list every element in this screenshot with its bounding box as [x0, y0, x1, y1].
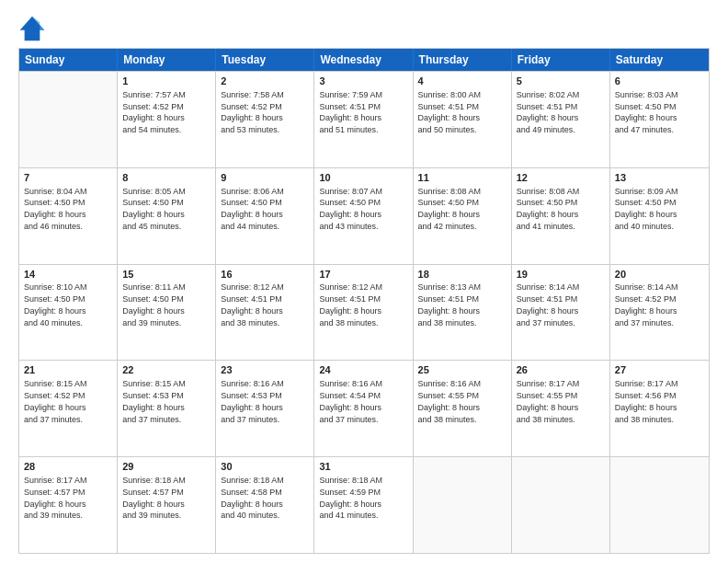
- day-number: 27: [615, 363, 704, 377]
- calendar-row: 1Sunrise: 7:57 AM Sunset: 4:52 PM Daylig…: [19, 71, 709, 167]
- day-number: 31: [319, 460, 407, 474]
- day-number: 13: [615, 171, 704, 185]
- calendar-cell: [610, 457, 709, 553]
- day-number: 10: [319, 171, 407, 185]
- day-number: 14: [24, 268, 112, 282]
- weekday-header: Tuesday: [216, 49, 314, 71]
- logo-icon: [18, 15, 46, 42]
- calendar-cell: 28Sunrise: 8:17 AM Sunset: 4:57 PM Dayli…: [19, 457, 118, 553]
- day-number: 26: [517, 363, 605, 377]
- calendar: SundayMondayTuesdayWednesdayThursdayFrid…: [18, 48, 710, 554]
- calendar-body: 1Sunrise: 7:57 AM Sunset: 4:52 PM Daylig…: [19, 71, 709, 553]
- calendar-cell: 16Sunrise: 8:12 AM Sunset: 4:51 PM Dayli…: [216, 265, 314, 361]
- cell-info: Sunrise: 7:59 AM Sunset: 4:51 PM Dayligh…: [319, 90, 382, 134]
- day-number: 4: [418, 75, 506, 88]
- day-number: 28: [24, 460, 112, 474]
- day-number: 2: [221, 75, 309, 88]
- calendar-header: SundayMondayTuesdayWednesdayThursdayFrid…: [19, 49, 709, 71]
- weekday-header: Monday: [118, 49, 216, 71]
- calendar-cell: 14Sunrise: 8:10 AM Sunset: 4:50 PM Dayli…: [19, 265, 118, 361]
- calendar-cell: 1Sunrise: 7:57 AM Sunset: 4:52 PM Daylig…: [118, 72, 216, 167]
- calendar-cell: 3Sunrise: 7:59 AM Sunset: 4:51 PM Daylig…: [314, 72, 413, 167]
- day-number: 6: [615, 75, 704, 88]
- cell-info: Sunrise: 8:00 AM Sunset: 4:51 PM Dayligh…: [418, 90, 482, 134]
- calendar-cell: 30Sunrise: 8:18 AM Sunset: 4:58 PM Dayli…: [216, 457, 314, 553]
- day-number: 1: [122, 75, 210, 88]
- cell-info: Sunrise: 8:14 AM Sunset: 4:52 PM Dayligh…: [615, 282, 678, 327]
- cell-info: Sunrise: 8:06 AM Sunset: 4:50 PM Dayligh…: [221, 187, 284, 231]
- header: [18, 15, 710, 42]
- page: SundayMondayTuesdayWednesdayThursdayFrid…: [0, 0, 728, 563]
- calendar-row: 21Sunrise: 8:15 AM Sunset: 4:52 PM Dayli…: [19, 360, 709, 456]
- cell-info: Sunrise: 8:17 AM Sunset: 4:57 PM Dayligh…: [24, 476, 87, 520]
- cell-info: Sunrise: 8:15 AM Sunset: 4:52 PM Dayligh…: [24, 379, 87, 423]
- day-number: 3: [319, 75, 407, 88]
- calendar-cell: 27Sunrise: 8:17 AM Sunset: 4:56 PM Dayli…: [610, 361, 709, 456]
- calendar-cell: 7Sunrise: 8:04 AM Sunset: 4:50 PM Daylig…: [19, 168, 118, 264]
- cell-info: Sunrise: 8:08 AM Sunset: 4:50 PM Dayligh…: [517, 187, 580, 231]
- calendar-cell: [512, 457, 610, 553]
- calendar-row: 14Sunrise: 8:10 AM Sunset: 4:50 PM Dayli…: [19, 264, 709, 361]
- calendar-cell: 2Sunrise: 7:58 AM Sunset: 4:52 PM Daylig…: [216, 72, 314, 167]
- calendar-cell: 20Sunrise: 8:14 AM Sunset: 4:52 PM Dayli…: [610, 265, 709, 361]
- day-number: 19: [517, 268, 605, 282]
- day-number: 21: [24, 363, 112, 377]
- calendar-cell: 26Sunrise: 8:17 AM Sunset: 4:55 PM Dayli…: [512, 361, 610, 456]
- calendar-cell: 18Sunrise: 8:13 AM Sunset: 4:51 PM Dayli…: [414, 265, 512, 361]
- weekday-header: Saturday: [610, 49, 709, 71]
- day-number: 22: [122, 363, 210, 377]
- cell-info: Sunrise: 8:15 AM Sunset: 4:53 PM Dayligh…: [122, 379, 186, 423]
- calendar-cell: 15Sunrise: 8:11 AM Sunset: 4:50 PM Dayli…: [118, 265, 216, 361]
- calendar-cell: 19Sunrise: 8:14 AM Sunset: 4:51 PM Dayli…: [512, 265, 610, 361]
- weekday-header: Thursday: [414, 49, 512, 71]
- cell-info: Sunrise: 8:17 AM Sunset: 4:56 PM Dayligh…: [615, 379, 678, 423]
- calendar-cell: 29Sunrise: 8:18 AM Sunset: 4:57 PM Dayli…: [118, 457, 216, 553]
- cell-info: Sunrise: 8:17 AM Sunset: 4:55 PM Dayligh…: [517, 379, 580, 423]
- cell-info: Sunrise: 8:18 AM Sunset: 4:59 PM Dayligh…: [319, 476, 382, 520]
- day-number: 17: [319, 268, 407, 282]
- day-number: 16: [221, 268, 309, 282]
- day-number: 20: [615, 268, 704, 282]
- calendar-cell: 13Sunrise: 8:09 AM Sunset: 4:50 PM Dayli…: [610, 168, 709, 264]
- calendar-cell: 21Sunrise: 8:15 AM Sunset: 4:52 PM Dayli…: [19, 361, 118, 456]
- cell-info: Sunrise: 8:12 AM Sunset: 4:51 PM Dayligh…: [221, 282, 284, 327]
- calendar-cell: 5Sunrise: 8:02 AM Sunset: 4:51 PM Daylig…: [512, 72, 610, 167]
- cell-info: Sunrise: 8:16 AM Sunset: 4:54 PM Dayligh…: [319, 379, 382, 423]
- calendar-row: 7Sunrise: 8:04 AM Sunset: 4:50 PM Daylig…: [19, 167, 709, 264]
- day-number: 11: [418, 171, 506, 185]
- cell-info: Sunrise: 7:58 AM Sunset: 4:52 PM Dayligh…: [221, 90, 284, 134]
- cell-info: Sunrise: 8:14 AM Sunset: 4:51 PM Dayligh…: [517, 282, 580, 327]
- calendar-cell: 4Sunrise: 8:00 AM Sunset: 4:51 PM Daylig…: [414, 72, 512, 167]
- calendar-cell: 12Sunrise: 8:08 AM Sunset: 4:50 PM Dayli…: [512, 168, 610, 264]
- day-number: 29: [122, 460, 210, 474]
- cell-info: Sunrise: 8:03 AM Sunset: 4:50 PM Dayligh…: [615, 90, 678, 134]
- day-number: 25: [418, 363, 506, 377]
- calendar-cell: 17Sunrise: 8:12 AM Sunset: 4:51 PM Dayli…: [314, 265, 413, 361]
- calendar-cell: [19, 72, 118, 167]
- day-number: 8: [122, 171, 210, 185]
- cell-info: Sunrise: 8:18 AM Sunset: 4:58 PM Dayligh…: [221, 476, 284, 520]
- calendar-cell: 23Sunrise: 8:16 AM Sunset: 4:53 PM Dayli…: [216, 361, 314, 456]
- calendar-row: 28Sunrise: 8:17 AM Sunset: 4:57 PM Dayli…: [19, 456, 709, 553]
- cell-info: Sunrise: 8:16 AM Sunset: 4:53 PM Dayligh…: [221, 379, 284, 423]
- day-number: 15: [122, 268, 210, 282]
- calendar-cell: 22Sunrise: 8:15 AM Sunset: 4:53 PM Dayli…: [118, 361, 216, 456]
- day-number: 12: [517, 171, 605, 185]
- calendar-cell: [414, 457, 512, 553]
- day-number: 18: [418, 268, 506, 282]
- day-number: 30: [221, 460, 309, 474]
- weekday-header: Wednesday: [314, 49, 413, 71]
- calendar-cell: 9Sunrise: 8:06 AM Sunset: 4:50 PM Daylig…: [216, 168, 314, 264]
- cell-info: Sunrise: 8:13 AM Sunset: 4:51 PM Dayligh…: [418, 282, 482, 327]
- day-number: 9: [221, 171, 309, 185]
- weekday-header: Sunday: [19, 49, 118, 71]
- calendar-cell: 25Sunrise: 8:16 AM Sunset: 4:55 PM Dayli…: [414, 361, 512, 456]
- cell-info: Sunrise: 8:16 AM Sunset: 4:55 PM Dayligh…: [418, 379, 482, 423]
- day-number: 7: [24, 171, 112, 185]
- cell-info: Sunrise: 8:08 AM Sunset: 4:50 PM Dayligh…: [418, 187, 482, 231]
- day-number: 23: [221, 363, 309, 377]
- calendar-cell: 31Sunrise: 8:18 AM Sunset: 4:59 PM Dayli…: [314, 457, 413, 553]
- cell-info: Sunrise: 8:12 AM Sunset: 4:51 PM Dayligh…: [319, 282, 382, 327]
- cell-info: Sunrise: 8:04 AM Sunset: 4:50 PM Dayligh…: [24, 187, 87, 231]
- weekday-header: Friday: [512, 49, 610, 71]
